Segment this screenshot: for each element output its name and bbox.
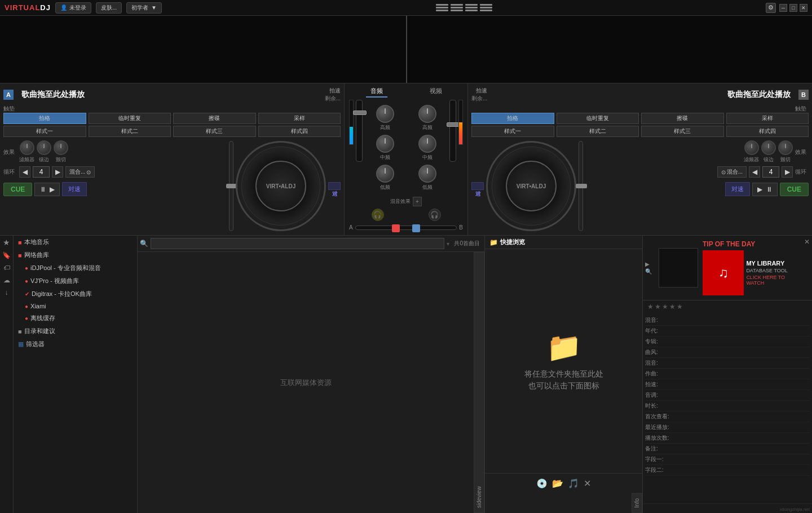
qb-icon-4[interactable]: ✕ bbox=[584, 478, 591, 489]
star-5[interactable]: ★ bbox=[677, 303, 683, 311]
mixer-fader-a[interactable] bbox=[356, 100, 363, 196]
search-input[interactable] bbox=[151, 238, 444, 249]
info-play-btn[interactable]: ▶ bbox=[645, 261, 656, 267]
deck-a-style1[interactable]: 样式一 bbox=[3, 126, 86, 137]
deck-a-pitch-slider[interactable] bbox=[229, 141, 233, 231]
mixer-headphone-b[interactable]: 🎧 bbox=[429, 209, 441, 221]
star-4[interactable]: ★ bbox=[669, 303, 676, 311]
mixer-headphone-a[interactable]: 🎧 bbox=[372, 209, 384, 221]
sidebar-item-offline[interactable]: ● 离线缓存 bbox=[14, 312, 137, 325]
deck-a-cue-button[interactable]: CUE bbox=[3, 183, 32, 196]
quick-browse-drop-text: 将任意文件夹拖至此处 也可以点击下面图标 bbox=[524, 368, 603, 392]
mixer-eq-mid-b[interactable]: 中频 bbox=[418, 135, 436, 161]
deck-b-pitch-slider[interactable] bbox=[579, 141, 583, 231]
deck-b-cue-button[interactable]: CUE bbox=[780, 183, 809, 196]
deck-a-pad-scratch[interactable]: 擦碟 bbox=[173, 113, 256, 124]
star-1[interactable]: ★ bbox=[647, 303, 654, 311]
deck-b-loop-label: 循环 bbox=[795, 168, 806, 176]
mixer-eq-low-a[interactable]: 低频 bbox=[376, 165, 394, 191]
deck-a-flange-knob[interactable]: 镶边 bbox=[37, 140, 51, 163]
sidebar-nav-cloud[interactable]: ☁ bbox=[3, 276, 10, 284]
tip-watch-link[interactable]: CLICK HERE TO WATCH bbox=[746, 275, 800, 286]
mixer-tab-audio[interactable]: 音频 bbox=[366, 86, 387, 98]
sidebar-item-filter[interactable]: ▦ 筛选器 bbox=[14, 338, 137, 351]
sidebar-item-network[interactable]: ■ 网络曲库 bbox=[14, 249, 137, 262]
mixer-fx-button[interactable]: + bbox=[413, 197, 422, 206]
qb-icon-1[interactable]: 💿 bbox=[536, 478, 548, 489]
info-search-btn[interactable]: 🔍 bbox=[645, 268, 656, 275]
skin-button[interactable]: 皮肤... bbox=[96, 2, 122, 14]
maximize-button[interactable]: □ bbox=[789, 4, 797, 12]
deck-a-filter-knob[interactable]: 滤频器 bbox=[19, 140, 34, 163]
deck-b-play-button[interactable]: ▶ ⏸ bbox=[752, 183, 777, 196]
deck-b-pad-loop[interactable]: 临时重复 bbox=[557, 113, 639, 124]
layout-icon-1[interactable] bbox=[436, 4, 448, 11]
deck-b-pad-beat[interactable]: 拍格 bbox=[471, 113, 554, 124]
deck-b-flange-knob[interactable]: 镶边 bbox=[761, 140, 776, 163]
star-2[interactable]: ★ bbox=[655, 303, 661, 311]
tip-image[interactable]: ♫ bbox=[703, 250, 744, 295]
deck-b-turntable[interactable]: VIRT•ALDJ bbox=[486, 141, 576, 231]
sidebar-item-xiami[interactable]: ● Xiami bbox=[14, 300, 137, 312]
qb-icon-2[interactable]: 📂 bbox=[552, 478, 563, 489]
deck-a-style4[interactable]: 样式四 bbox=[258, 126, 341, 137]
sidebar-item-digitrax[interactable]: ✔ Digitrax - 卡拉OK曲库 bbox=[14, 288, 137, 300]
layout-icon-2[interactable] bbox=[451, 4, 463, 11]
mixer-eq-low-b[interactable]: 低频 bbox=[418, 165, 436, 191]
sidebar-nav-download[interactable]: ↓ bbox=[5, 289, 8, 297]
crossfader-section: A B bbox=[347, 222, 465, 233]
mixer-eq-mid-a[interactable]: 中频 bbox=[376, 135, 394, 161]
mixer-eq-high-b[interactable]: 高频 bbox=[418, 105, 436, 131]
mixer-fader-b[interactable] bbox=[449, 100, 456, 196]
deck-a-cut-knob[interactable]: 颤切 bbox=[54, 140, 68, 163]
deck-a-pad-sample[interactable]: 采样 bbox=[258, 113, 341, 124]
deck-a-mix-button[interactable]: 混合... ⊙ bbox=[65, 166, 95, 178]
settings-icon[interactable]: ⚙ bbox=[766, 3, 776, 13]
search-dropdown[interactable]: ▾ bbox=[447, 241, 449, 247]
close-button[interactable]: ✕ bbox=[800, 4, 807, 12]
deck-a-turntable[interactable]: VIRT•ALDJ bbox=[236, 141, 326, 231]
level-button[interactable]: 初学者 ▼ bbox=[126, 2, 162, 14]
deck-b-cut-knob[interactable]: 颤切 bbox=[778, 140, 793, 163]
deck-a-pad-beat[interactable]: 拍格 bbox=[3, 113, 86, 124]
deck-b-mix-button[interactable]: ⊙ 混合... bbox=[717, 166, 747, 178]
deck-b-loop-prev[interactable]: ◀ bbox=[749, 166, 760, 178]
sideview-tab[interactable]: sideview bbox=[474, 252, 484, 513]
sidebar-item-catalogs[interactable]: ■ 目录和建议 bbox=[14, 325, 137, 338]
deck-b-filter-knob[interactable]: 滤频器 bbox=[744, 140, 759, 163]
deck-a-pad-loop[interactable]: 临时重复 bbox=[89, 113, 171, 124]
mixer-eq-high-a[interactable]: 高频 bbox=[376, 105, 394, 131]
deck-b-loop-next[interactable]: ▶ bbox=[782, 166, 793, 178]
close-tip-btn[interactable]: ✕ bbox=[804, 238, 810, 246]
qb-icon-3[interactable]: 🎵 bbox=[568, 478, 579, 489]
sidebar-nav-tag[interactable]: 🏷 bbox=[3, 264, 10, 272]
deck-a-sync-btn-right[interactable]: 对速 bbox=[328, 182, 341, 190]
deck-b-sync-button[interactable]: 对速 bbox=[725, 182, 750, 196]
sidebar-item-local-music[interactable]: ■ 本地音乐 bbox=[14, 236, 137, 249]
deck-b-style1[interactable]: 样式一 bbox=[471, 126, 554, 137]
star-3[interactable]: ★ bbox=[662, 303, 668, 311]
deck-b-pad-sample[interactable]: 采样 bbox=[726, 113, 809, 124]
deck-a-loop-next[interactable]: ▶ bbox=[52, 166, 63, 178]
login-button[interactable]: 👤 未登录 bbox=[55, 2, 91, 14]
sidebar-nav-star[interactable]: ★ bbox=[3, 238, 10, 247]
deck-b-style4[interactable]: 样式四 bbox=[726, 126, 809, 137]
deck-a-loop-prev[interactable]: ◀ bbox=[19, 166, 30, 178]
info-tab[interactable]: Info bbox=[632, 493, 642, 513]
deck-a-style3[interactable]: 样式三 bbox=[173, 126, 256, 137]
sidebar-nav-bookmark[interactable]: 🔖 bbox=[2, 251, 11, 259]
deck-b-style2[interactable]: 样式二 bbox=[557, 126, 639, 137]
deck-b-style3[interactable]: 样式三 bbox=[641, 126, 724, 137]
minimize-button[interactable]: ─ bbox=[779, 4, 787, 12]
deck-a-style2[interactable]: 样式二 bbox=[89, 126, 171, 137]
deck-a-play-button[interactable]: ⏸ ▶ bbox=[34, 183, 59, 196]
deck-b-sync-btn-left[interactable]: 对速 bbox=[471, 182, 484, 190]
deck-b-pad-scratch[interactable]: 擦碟 bbox=[641, 113, 724, 124]
sidebar-item-idjpool[interactable]: ● iDJPool - 专业音频和混音 bbox=[14, 262, 137, 275]
layout-icon-3[interactable] bbox=[465, 4, 478, 11]
deck-a-sync-button[interactable]: 对速 bbox=[62, 182, 87, 196]
crossfader[interactable] bbox=[355, 225, 457, 230]
layout-icon-4[interactable] bbox=[480, 4, 492, 11]
sidebar-item-vjpro[interactable]: ● VJ'Pro - 视频曲库 bbox=[14, 275, 137, 288]
mixer-tab-video[interactable]: 视频 bbox=[425, 86, 447, 98]
